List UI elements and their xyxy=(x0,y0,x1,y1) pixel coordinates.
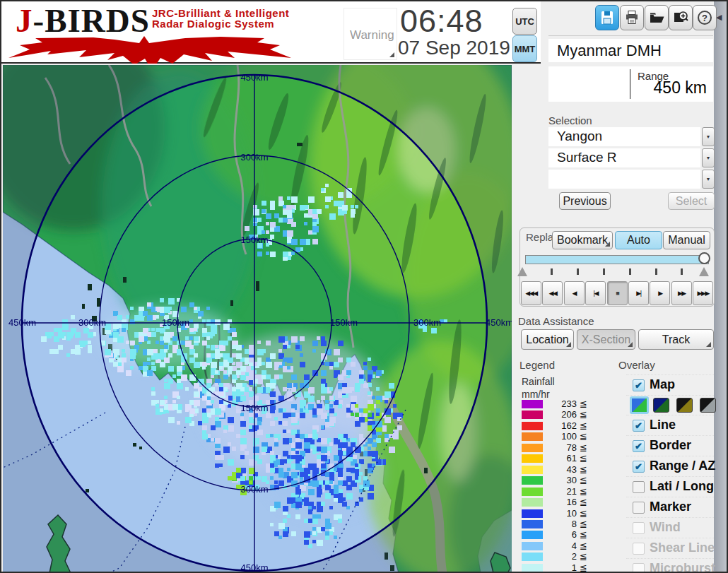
map-style-swatch-1[interactable] xyxy=(630,396,649,414)
ring-label: 150km xyxy=(240,235,268,245)
playback-rewind-fast-button[interactable]: ◀◀◀ xyxy=(521,281,541,305)
checkbox-microburst xyxy=(633,563,645,573)
dropdown-site[interactable]: Yangon xyxy=(548,127,700,146)
map-style-swatch-3[interactable] xyxy=(676,398,693,413)
legend-operator: ≦ xyxy=(580,420,587,431)
checkbox-marker[interactable] xyxy=(633,502,645,514)
overlay-item-border[interactable]: ✔Border xyxy=(626,435,714,455)
legend-row: 30≦ xyxy=(522,475,599,486)
print-button[interactable] xyxy=(620,5,644,30)
chevron-down-icon: ▼ xyxy=(706,177,711,182)
replay-mode-manual-button[interactable]: Manual xyxy=(663,231,710,249)
replay-slider-track[interactable] xyxy=(525,255,709,264)
map-style-swatch-2[interactable] xyxy=(653,398,669,413)
legend-unit-line1: Rainfall xyxy=(522,376,555,387)
checkbox-range-az[interactable]: ✔ xyxy=(633,461,645,473)
overlay-item-range-az[interactable]: ✔Range / AZ xyxy=(626,456,714,475)
overlay-item-line[interactable]: ✔Line xyxy=(626,415,714,435)
legend-color-swatch xyxy=(522,432,543,441)
overlay-label-wind: Wind xyxy=(650,520,681,535)
playback-play-back-button[interactable]: ◀ xyxy=(564,281,585,305)
dropdown-product[interactable]: Surface R xyxy=(548,148,700,167)
ring-label: 300km xyxy=(78,317,106,328)
jbirds-window: 450km300km150km150km300km450km450km300km… xyxy=(0,0,728,573)
playback-stop-button[interactable]: ■ xyxy=(607,281,628,305)
legend-operator: ≦ xyxy=(580,508,587,519)
slider-tick xyxy=(577,268,579,275)
x-section-button[interactable]: X-Section xyxy=(577,329,635,350)
legend-operator: ≦ xyxy=(580,475,587,485)
replay-mode-auto-button[interactable]: Auto xyxy=(615,231,662,249)
overlay-item-wind[interactable]: Wind xyxy=(626,517,714,537)
capture-button[interactable] xyxy=(669,5,693,30)
legend-value: 10 xyxy=(544,508,577,519)
checkbox-border[interactable]: ✔ xyxy=(633,440,645,452)
legend-color-swatch xyxy=(522,444,543,452)
checkbox-map[interactable]: ✔ xyxy=(633,379,645,391)
bookmark-button[interactable]: Bookmark xyxy=(552,231,613,249)
overlay-item-marker[interactable]: Marker xyxy=(626,497,714,516)
checkbox-wind xyxy=(633,522,645,534)
ring-label: 450km xyxy=(8,317,36,328)
open-folder-button[interactable] xyxy=(645,5,669,30)
panel-collapse-button[interactable]: ◀ xyxy=(716,11,726,23)
select-button[interactable]: Select xyxy=(668,192,715,210)
help-button[interactable]: ? xyxy=(693,5,717,30)
replay-slider-handle[interactable] xyxy=(698,252,710,264)
slider-tick xyxy=(629,268,631,275)
legend-color-swatch xyxy=(522,488,543,496)
legend-operator: ≦ xyxy=(580,453,587,463)
legend-value: 43 xyxy=(544,464,577,475)
dropdown-site-arrow-button[interactable]: ▼ xyxy=(702,127,715,146)
previous-button[interactable]: Previous xyxy=(559,192,611,210)
overlay-label-shear-line: Shear Line xyxy=(650,540,715,555)
menu-corner-icon xyxy=(566,342,571,347)
overlay-item-lati-long[interactable]: Lati / Long xyxy=(626,476,714,496)
legend-row: 78≦ xyxy=(522,443,599,454)
dropdown-product-arrow-button[interactable]: ▼ xyxy=(702,148,715,167)
legend-operator: ≦ xyxy=(580,409,587,420)
dropdown-extra[interactable] xyxy=(548,170,700,189)
track-button[interactable]: Track xyxy=(638,329,714,350)
dropdown-product-value: Surface R xyxy=(557,150,616,165)
legend-color-swatch xyxy=(522,410,543,419)
legend-row: 8≦ xyxy=(522,519,599,530)
overlay-label: Overlay xyxy=(618,359,655,371)
legend-operator: ≦ xyxy=(580,431,587,442)
overlay-label-range-az: Range / AZ xyxy=(650,459,715,473)
data-assistance-label: Data Assistance xyxy=(518,315,594,327)
warning-button[interactable]: Warning xyxy=(344,8,397,60)
slider-start-marker[interactable] xyxy=(517,267,527,276)
legend-color-swatch xyxy=(522,564,543,572)
slider-end-marker[interactable] xyxy=(699,267,709,276)
location-button[interactable]: Location xyxy=(521,329,574,350)
playback-forward-fast-button[interactable]: ▶▶▶ xyxy=(693,281,713,305)
station-name-box: Myanmar DMH xyxy=(548,39,713,62)
playback-rewind-button[interactable]: ◀◀ xyxy=(542,281,563,305)
playback-play-button[interactable]: ▶ xyxy=(650,281,670,305)
panel-edge-strip xyxy=(714,1,728,573)
playback-step-forward-button[interactable]: ▶| xyxy=(628,281,649,305)
dropdown-extra-arrow-button[interactable]: ▼ xyxy=(702,170,715,189)
overlay-item-shear-line[interactable]: Shear Line xyxy=(626,538,714,557)
overlay-item-microburst[interactable]: Microburst xyxy=(626,558,714,573)
overlay-label-marker: Marker xyxy=(650,500,691,514)
station-name: Myanmar DMH xyxy=(557,42,662,60)
legend-operator: ≦ xyxy=(580,519,587,529)
playback-forward-button[interactable]: ▶▶ xyxy=(671,281,692,305)
map-style-swatch-4[interactable] xyxy=(700,398,716,413)
legend-value: 206 xyxy=(544,409,577,420)
radar-map[interactable]: 450km300km150km150km300km450km450km300km… xyxy=(3,65,512,573)
overlay-item-map[interactable]: ✔Map xyxy=(626,374,714,394)
timezone-utc-button[interactable]: UTC xyxy=(512,8,537,35)
checkbox-lati-long[interactable] xyxy=(633,481,645,493)
playback-step-back-button[interactable]: |◀ xyxy=(585,281,606,305)
slider-tick xyxy=(551,268,553,275)
range-box: Range 450 km xyxy=(548,66,713,102)
legend-value: 8 xyxy=(544,519,577,529)
timezone-mmt-button[interactable]: MMT xyxy=(512,35,537,62)
legend-color-swatch xyxy=(522,466,543,474)
save-icon xyxy=(599,9,616,26)
save-button[interactable] xyxy=(595,5,619,30)
checkbox-line[interactable]: ✔ xyxy=(633,420,645,432)
